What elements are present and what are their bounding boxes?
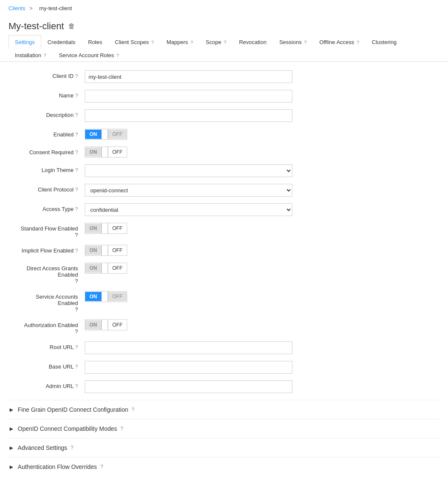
implicit-flow-help-icon: ? [75, 248, 78, 254]
direct-access-label: Direct Access Grants Enabled ? [8, 263, 85, 284]
name-label: Name ? [8, 90, 85, 99]
description-help-icon: ? [75, 112, 78, 118]
client-id-help-icon: ? [75, 73, 78, 79]
toggle-off-label: OFF [108, 224, 127, 233]
name-row: Name ? [8, 90, 440, 103]
access-type-help-icon: ? [75, 206, 78, 212]
enabled-control: ON OFF [85, 129, 292, 140]
name-field [85, 90, 292, 103]
base-url-input[interactable] [85, 361, 292, 374]
name-help-icon: ? [75, 93, 78, 99]
tab-offline-access[interactable]: Offline Access ? [313, 35, 365, 49]
tab-clustering[interactable]: Clustering [365, 35, 403, 49]
access-type-select[interactable]: confidential public bearer-only [85, 203, 292, 216]
login-theme-row: Login Theme ? keycloak rh-sso [8, 164, 440, 177]
tab-settings[interactable]: Settings [8, 35, 41, 49]
toggle-on-label: ON [85, 130, 101, 139]
auth-flow-label: Authentication Flow Overrides [18, 463, 97, 470]
consent-control: ON OFF [85, 147, 292, 158]
breadcrumb-separator: > [29, 5, 33, 11]
standard-flow-toggle[interactable]: ON OFF [85, 223, 127, 234]
service-accounts-control: ON OFF [85, 291, 292, 302]
tab-credentials[interactable]: Credentials [41, 35, 82, 49]
description-input[interactable] [85, 109, 292, 122]
client-id-input[interactable] [85, 70, 292, 83]
compat-modes-label: OpenID Connect Compatibility Modes [18, 425, 117, 432]
toggle-slider [101, 245, 108, 255]
tab-client-scopes[interactable]: Client Scopes ? [109, 35, 160, 49]
client-protocol-field: openid-connect saml [85, 184, 292, 197]
auth-flow-section[interactable]: ► Authentication Flow Overrides ? [8, 457, 440, 476]
toggle-slider [101, 129, 108, 139]
admin-url-help-icon: ? [75, 383, 78, 389]
breadcrumb-current: my-test-client [39, 5, 72, 11]
tab-help-icon: ? [304, 40, 306, 45]
client-protocol-select[interactable]: openid-connect saml [85, 184, 292, 197]
tab-bar: Settings Credentials Roles Client Scopes… [0, 35, 448, 62]
tab-scope[interactable]: Scope ? [199, 35, 233, 49]
consent-help-icon: ? [75, 150, 78, 155]
tab-mappers[interactable]: Mappers ? [160, 35, 199, 49]
toggle-slider [101, 291, 108, 302]
toggle-off-label: OFF [108, 130, 127, 139]
direct-access-row: Direct Access Grants Enabled ? ON OFF [8, 263, 440, 284]
breadcrumb-parent[interactable]: Clients [8, 5, 25, 11]
base-url-field [85, 361, 292, 374]
advanced-settings-help-icon: ? [71, 445, 74, 451]
service-accounts-row: Service Accounts Enabled ? ON OFF [8, 291, 440, 313]
toggle-off-label: OFF [108, 292, 127, 301]
toggle-slider [101, 263, 108, 273]
service-accounts-toggle[interactable]: ON OFF [85, 291, 127, 302]
name-input[interactable] [85, 90, 292, 103]
implicit-flow-toggle[interactable]: ON OFF [85, 245, 127, 256]
fine-grain-help-icon: ? [132, 407, 135, 413]
chevron-right-icon: ► [8, 463, 14, 470]
toggle-on-label: ON [85, 320, 101, 330]
client-protocol-label: Client Protocol ? [8, 184, 85, 193]
toggle-off-label: OFF [108, 263, 127, 273]
admin-url-input[interactable] [85, 380, 292, 393]
base-url-label: Base URL ? [8, 361, 85, 370]
authorization-label: Authorization Enabled ? [8, 319, 85, 335]
root-url-field [85, 341, 292, 354]
implicit-flow-label: Implicit Flow Enabled ? [8, 245, 85, 254]
authorization-toggle[interactable]: ON OFF [85, 319, 127, 330]
tab-sessions[interactable]: Sessions ? [273, 35, 313, 49]
service-accounts-label: Service Accounts Enabled ? [8, 291, 85, 313]
tab-installation[interactable]: Installation ? [8, 48, 53, 62]
toggle-slider [101, 147, 108, 157]
compat-modes-section[interactable]: ► OpenID Connect Compatibility Modes ? [8, 419, 440, 438]
description-row: Description ? [8, 109, 440, 122]
tab-revocation[interactable]: Revocation [233, 35, 273, 49]
tab-help-icon: ? [117, 53, 119, 58]
authorization-row: Authorization Enabled ? ON OFF [8, 319, 440, 335]
fine-grain-section[interactable]: ► Fine Grain OpenID Connect Configuratio… [8, 400, 440, 419]
tab-service-account-roles[interactable]: Service Account Roles ? [53, 48, 125, 62]
toggle-on-label: ON [85, 147, 101, 157]
admin-url-field [85, 380, 292, 393]
implicit-flow-row: Implicit Flow Enabled ? ON OFF [8, 245, 440, 256]
direct-access-toggle[interactable]: ON OFF [85, 263, 127, 274]
root-url-input[interactable] [85, 341, 292, 354]
consent-toggle[interactable]: ON OFF [85, 147, 127, 158]
toggle-off-label: OFF [108, 320, 127, 330]
advanced-settings-section[interactable]: ► Advanced Settings ? [8, 438, 440, 457]
compat-modes-help-icon: ? [120, 426, 123, 432]
access-type-row: Access Type ? confidential public bearer… [8, 203, 440, 216]
enabled-help-icon: ? [75, 132, 78, 138]
form-actions: Save Cancel [0, 485, 448, 488]
standard-flow-label: Standard Flow Enabled ? [8, 223, 85, 238]
root-url-label: Root URL ? [8, 341, 85, 350]
login-theme-select[interactable]: keycloak rh-sso [85, 164, 292, 177]
direct-access-help-icon: ? [75, 278, 78, 284]
client-protocol-row: Client Protocol ? openid-connect saml [8, 184, 440, 197]
tab-roles[interactable]: Roles [82, 35, 109, 49]
enabled-row: Enabled ? ON OFF [8, 129, 440, 140]
enabled-toggle[interactable]: ON OFF [85, 129, 127, 140]
page-title: My-test-client [8, 21, 64, 32]
delete-icon[interactable]: 🗑 [68, 22, 75, 30]
login-theme-help-icon: ? [75, 167, 78, 173]
standard-flow-control: ON OFF [85, 223, 292, 234]
login-theme-label: Login Theme ? [8, 164, 85, 173]
chevron-right-icon: ► [8, 425, 14, 432]
